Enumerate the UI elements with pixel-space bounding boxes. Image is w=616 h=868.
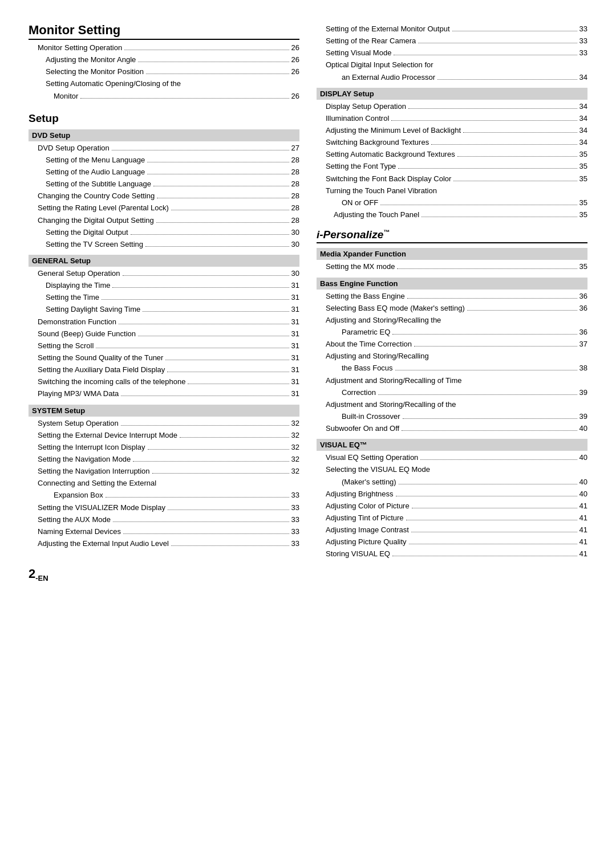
toc-label: Correction xyxy=(342,387,376,398)
toc-label: Setting the Auxiliary Data Field Display xyxy=(38,364,165,376)
toc-page: 36 xyxy=(579,291,587,302)
toc-entry: Adjusting Brightness40 xyxy=(317,488,587,500)
toc-dots xyxy=(418,43,577,43)
toc-label: Changing the Digital Output Setting xyxy=(38,215,154,226)
toc-entry: Setting the TV Screen Setting30 xyxy=(29,239,299,250)
general-setup-entries: General Setup Operation30Displaying the … xyxy=(29,268,299,400)
toc-dots xyxy=(148,449,289,450)
toc-page: 33 xyxy=(579,47,587,59)
ipersonalize-title: i-Personalize™ xyxy=(317,229,587,243)
toc-dots xyxy=(171,545,289,546)
toc-page: 37 xyxy=(579,339,587,350)
toc-label: Setting of the Menu Language xyxy=(46,154,145,166)
toc-label: Adjustment and Storing/Recalling of the xyxy=(326,399,456,410)
toc-label: Adjusting Brightness xyxy=(326,488,394,500)
toc-dots xyxy=(165,360,289,360)
toc-dots xyxy=(143,311,289,312)
toc-page: 40 xyxy=(579,423,587,434)
toc-page: 33 xyxy=(291,502,299,514)
toc-page: 40 xyxy=(579,476,587,488)
right-monitor-entries: Setting of the External Monitor Output33… xyxy=(317,23,587,83)
toc-entry: Adjusting the External Input Audio Level… xyxy=(29,538,299,549)
toc-dots xyxy=(133,461,289,462)
toc-label: Setting of the Subtitle Language xyxy=(46,178,151,190)
toc-entry: Adjusting Picture Quality41 xyxy=(317,536,587,548)
toc-dots xyxy=(398,168,577,169)
toc-dots xyxy=(167,372,289,372)
toc-dots xyxy=(147,162,289,162)
toc-entry: Setting of the Subtitle Language28 xyxy=(29,178,299,190)
toc-dots xyxy=(422,217,577,217)
toc-dots xyxy=(409,544,577,544)
toc-entry: Adjusting and Storing/Recalling xyxy=(317,351,587,362)
toc-entry: Setting the Navigation Mode32 xyxy=(29,454,299,465)
toc-page: 31 xyxy=(291,352,299,364)
toc-entry: Connecting and Setting the External xyxy=(29,478,299,489)
toc-page: 34 xyxy=(579,125,587,136)
left-column: Monitor Setting Monitor Setting Operatio… xyxy=(29,23,299,582)
toc-label: Expansion Box xyxy=(54,490,103,501)
toc-page: 32 xyxy=(291,430,299,441)
toc-page: 33 xyxy=(291,526,299,537)
toc-entry: Illumination Control34 xyxy=(317,113,587,124)
toc-label: Setting the Sound Quality of the Tuner xyxy=(38,352,163,364)
toc-dots xyxy=(138,62,289,62)
toc-label: Adjusting the Monitor Angle xyxy=(46,54,136,66)
toc-page: 31 xyxy=(291,388,299,400)
dvd-setup-header: DVD Setup xyxy=(29,129,299,141)
toc-entry: Display Setup Operation34 xyxy=(317,101,587,112)
toc-dots xyxy=(80,98,289,99)
toc-page: 26 xyxy=(291,54,299,66)
toc-label: Setting Automatic Opening/Closing of the xyxy=(46,78,181,89)
toc-label: Visual EQ Setting Operation xyxy=(326,452,418,463)
toc-page: 40 xyxy=(579,488,587,500)
toc-entry: Adjusting the Minimum Level of Backlight… xyxy=(317,125,587,136)
toc-label: Setting the Rating Level (Parental Lock) xyxy=(38,202,169,214)
toc-dots xyxy=(392,556,577,556)
toc-dots xyxy=(180,437,289,438)
toc-page: 28 xyxy=(291,166,299,178)
toc-entry: Switching the Font Back Display Color35 xyxy=(317,173,587,185)
toc-entry: Setting Automatic Opening/Closing of the xyxy=(29,78,299,89)
toc-page: 26 xyxy=(291,66,299,78)
toc-label: Selecting the Monitor Position xyxy=(46,66,144,78)
toc-page: 41 xyxy=(579,524,587,536)
toc-page: 30 xyxy=(291,227,299,238)
toc-entry: About the Time Correction37 xyxy=(317,339,587,350)
toc-label: Selecting the VISUAL EQ Mode xyxy=(326,464,430,475)
toc-dots xyxy=(131,234,289,235)
toc-page: 41 xyxy=(579,500,587,512)
toc-page: 26 xyxy=(291,42,299,54)
toc-entry: Setting the AUX Mode33 xyxy=(29,514,299,525)
toc-entry: Sound (Beep) Guide Function31 xyxy=(29,328,299,340)
toc-entry: Adjusting Image Contrast41 xyxy=(317,524,587,536)
toc-label: Monitor xyxy=(54,91,78,102)
toc-label: Sound (Beep) Guide Function xyxy=(38,328,136,340)
toc-entry: Setting the Time31 xyxy=(29,292,299,303)
toc-label: Optical Digital Input Selection for xyxy=(326,59,433,71)
toc-dots xyxy=(171,210,289,210)
toc-page: 31 xyxy=(291,364,299,376)
toc-dots xyxy=(403,418,577,419)
toc-dots xyxy=(112,287,289,288)
toc-dots xyxy=(123,533,289,534)
toc-label: an External Audio Processor xyxy=(342,72,435,83)
toc-entry: Built-in Crossover39 xyxy=(317,411,587,422)
toc-entry: Adjustment and Storing/Recalling of the xyxy=(317,399,587,410)
toc-dots xyxy=(188,384,289,384)
toc-entry: Setting the Rating Level (Parental Lock)… xyxy=(29,202,299,214)
toc-entry: Setting of the Audio Language28 xyxy=(29,166,299,178)
toc-page: 35 xyxy=(579,173,587,185)
toc-dots xyxy=(412,508,577,508)
toc-entry: Setting the Sound Quality of the Tuner31 xyxy=(29,352,299,364)
toc-entry: the Bass Focus38 xyxy=(317,362,587,374)
toc-page: 31 xyxy=(291,316,299,328)
toc-dots xyxy=(121,425,289,426)
bass-engine-header: Bass Engine Function xyxy=(317,278,587,290)
toc-page: 40 xyxy=(579,452,587,463)
toc-entry: Subwoofer On and Off40 xyxy=(317,423,587,434)
toc-dots xyxy=(396,496,577,496)
toc-entry: Demonstration Function31 xyxy=(29,316,299,328)
toc-entry: Displaying the Time31 xyxy=(29,280,299,291)
monitor-setting-entries: Monitor Setting Operation26Adjusting the… xyxy=(29,42,299,102)
